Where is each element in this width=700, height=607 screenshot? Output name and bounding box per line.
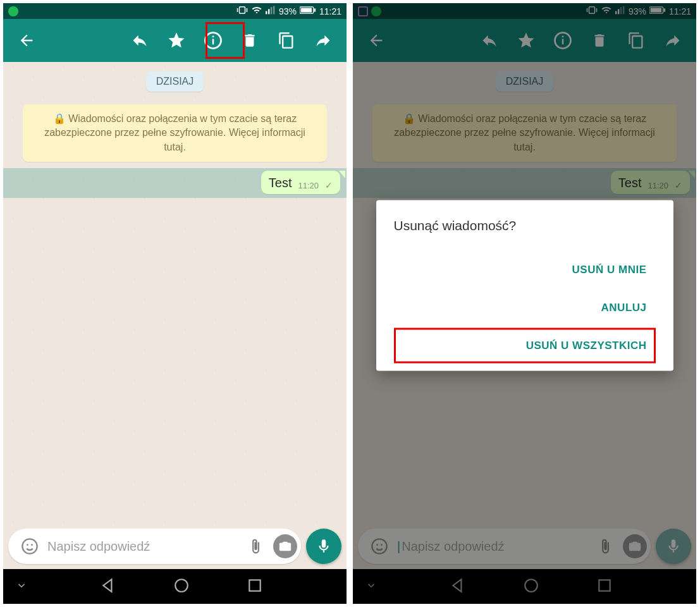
svg-rect-6 — [301, 8, 312, 13]
svg-rect-2 — [268, 9, 269, 14]
svg-rect-3 — [271, 7, 272, 14]
forward-button[interactable] — [306, 23, 340, 58]
svg-rect-7 — [314, 8, 316, 11]
delete-button[interactable] — [233, 23, 267, 58]
info-button[interactable] — [196, 23, 230, 58]
check-icon: ✓ — [325, 180, 333, 190]
svg-rect-10 — [212, 36, 214, 38]
attach-icon[interactable] — [243, 534, 268, 559]
battery-icon — [300, 6, 316, 16]
vibrate-icon — [236, 6, 248, 16]
mic-button[interactable] — [306, 529, 341, 564]
emoji-icon[interactable] — [17, 534, 42, 559]
star-button[interactable] — [159, 23, 193, 58]
svg-point-11 — [22, 539, 37, 553]
status-bar: 93% 11:21 — [3, 3, 347, 19]
svg-point-13 — [31, 544, 33, 546]
reply-button[interactable] — [123, 23, 157, 58]
chat-area: DZISIAJ 🔒 Wiadomości oraz połączenia w t… — [3, 62, 347, 524]
camera-icon[interactable] — [273, 534, 297, 558]
selected-message-row[interactable]: Test 11:20 ✓ — [3, 168, 347, 198]
chevron-down-icon[interactable] — [16, 580, 27, 594]
delete-for-everyone-button[interactable]: USUŃ U WSZYSTKICH — [394, 328, 656, 363]
delete-dialog: Usunąć wiadomość? USUŃ U MNIE ANULUJ USU… — [376, 200, 673, 371]
android-nav-bar — [3, 569, 347, 604]
screenshot-right: 93% 11:21 DZISIAJ 🔒 Wiadomości o — [353, 3, 696, 604]
back-button[interactable] — [9, 23, 44, 58]
message-time: 11:20 — [298, 181, 319, 190]
spotify-icon — [8, 6, 18, 16]
svg-rect-9 — [212, 39, 214, 45]
message-text: Test — [269, 176, 292, 190]
encryption-notice[interactable]: 🔒 Wiadomości oraz połączenia w tym czaci… — [23, 104, 327, 162]
nav-home-icon[interactable] — [173, 577, 190, 596]
svg-rect-0 — [239, 7, 245, 14]
svg-rect-1 — [266, 11, 267, 15]
nav-recent-icon[interactable] — [247, 577, 263, 596]
dialog-title: Usunąć wiadomość? — [394, 218, 656, 233]
input-placeholder: Napisz odpowiedź — [47, 539, 238, 554]
svg-point-12 — [27, 544, 28, 546]
battery-percent: 93% — [279, 6, 297, 16]
svg-rect-4 — [273, 6, 274, 15]
screenshot-left: 93% 11:21 DZISIAJ 🔒 Wiadomo — [3, 3, 347, 604]
wifi-icon — [251, 6, 262, 16]
selection-toolbar — [3, 19, 347, 62]
svg-point-14 — [175, 579, 188, 592]
status-time: 11:21 — [319, 6, 341, 16]
date-header: DZISIAJ — [146, 71, 204, 92]
composer-row: Napisz odpowiedź — [3, 524, 347, 569]
delete-for-me-button[interactable]: USUŃ U MNIE — [394, 252, 656, 287]
svg-rect-15 — [249, 580, 260, 591]
nav-back-icon[interactable] — [100, 577, 116, 596]
message-input[interactable]: Napisz odpowiedź — [8, 529, 301, 564]
signal-icon — [266, 6, 276, 16]
copy-button[interactable] — [269, 23, 304, 58]
cancel-button[interactable]: ANULUJ — [394, 290, 656, 325]
message-bubble[interactable]: Test 11:20 ✓ — [261, 171, 340, 194]
